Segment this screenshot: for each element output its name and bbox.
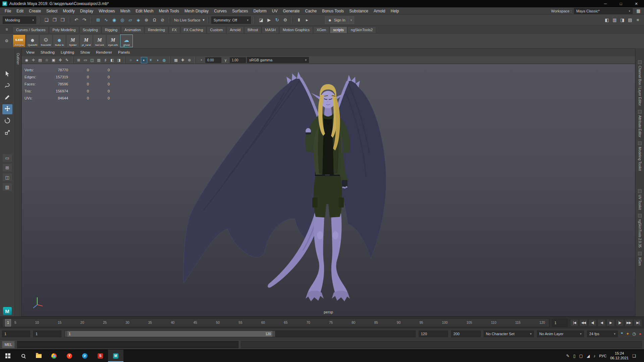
auto-keyframe-icon[interactable]: ✦ [626, 331, 629, 336]
shelf-tab[interactable]: Rendering [145, 26, 168, 33]
safe-action-icon[interactable]: ◧ [109, 57, 115, 63]
rotate-tool-button[interactable] [2, 116, 12, 126]
maximize-button[interactable]: □ [613, 0, 629, 7]
shelf-gear-icon[interactable]: ⚙ [1, 34, 13, 48]
gate-mask-icon[interactable]: ▥ [96, 57, 102, 63]
anim-layer-dropdown[interactable]: No Anim Layer ▾ [537, 330, 584, 337]
shelf-tab[interactable]: Rigging [102, 26, 121, 33]
step-back-key-button[interactable]: ◀| [588, 319, 597, 326]
shelf-item[interactable]: ☻ QuickRi [26, 35, 39, 47]
viewport-menu[interactable]: Shading [38, 49, 58, 56]
menu-item[interactable]: Help [388, 7, 402, 15]
shelf-tab[interactable]: Sculpting [79, 26, 101, 33]
workspace-dropdown[interactable]: Maya Classic* ▾ [574, 8, 633, 14]
snap-to-point-icon[interactable]: ◉ [111, 16, 118, 23]
side-tab[interactable]: XGen [638, 252, 642, 266]
go-to-start-button[interactable]: |◀ [570, 319, 579, 326]
menu-item[interactable]: Substance [346, 7, 371, 15]
menu-item[interactable]: Modify [60, 7, 77, 15]
menu-item[interactable]: Mesh Display [182, 7, 211, 15]
minimize-button[interactable]: ─ [598, 0, 613, 7]
current-time-field[interactable] [552, 319, 568, 327]
playback-end-field[interactable] [419, 330, 448, 337]
save-scene-icon[interactable]: ❒ [59, 16, 66, 23]
menu-item[interactable]: Deform [251, 7, 269, 15]
sign-in-button[interactable]: ☻ Sign In ▾ [325, 16, 354, 24]
resolution-gate-icon[interactable]: ◫ [89, 57, 95, 63]
red-app-button[interactable]: S [93, 350, 108, 362]
chrome-button[interactable] [46, 350, 62, 362]
volume-icon[interactable]: ♪ [593, 354, 595, 358]
menu-item[interactable]: Generate [280, 7, 302, 15]
play-backwards-button[interactable]: ◀ [597, 319, 606, 326]
gamma-field[interactable]: 1.00 [230, 57, 246, 63]
menu-item[interactable]: UV [269, 7, 280, 15]
snap-to-center-icon[interactable]: ◎ [119, 16, 126, 23]
xray-icon[interactable]: ▩ [173, 57, 179, 63]
shelf-tab[interactable]: Custom [207, 26, 226, 33]
undo-icon[interactable]: ↶ [73, 16, 80, 23]
menu-item[interactable]: Arnold [371, 7, 388, 15]
film-gate-icon[interactable]: ▭ [82, 57, 89, 63]
range-slider[interactable]: 1 120 [64, 330, 416, 337]
shelf-tab[interactable]: Animation [121, 26, 144, 33]
close-button[interactable]: ✕ [629, 0, 644, 7]
redo-icon[interactable]: ↷ [81, 16, 88, 23]
bookmarks-icon[interactable]: ☆ [44, 57, 50, 63]
menu-item[interactable]: Bonus Tools [319, 7, 346, 15]
outliner-toggle-icon[interactable]: ▤ [627, 16, 634, 23]
viewport-canvas[interactable]: Verts:7877000 Edges:15731900 Faces:78596… [22, 64, 635, 316]
yandex-browser-button[interactable]: Y [62, 350, 77, 362]
shelf-item[interactable]: ☻ Subs to [53, 35, 66, 47]
mel-language-button[interactable]: MEL [2, 341, 15, 348]
pen-icon[interactable]: ✎ [566, 354, 570, 358]
viewport-menu[interactable]: Lighting [58, 49, 77, 56]
menu-item[interactable]: Curves [211, 7, 229, 15]
shelf-item[interactable]: M pl_rand [80, 35, 93, 47]
mute-toggle-icon[interactable]: ● [639, 331, 641, 336]
go-to-end-button[interactable]: ▶| [634, 319, 642, 326]
lock-camera-icon[interactable]: ✛ [30, 57, 37, 63]
layout-outliner-button[interactable]: ▤ [3, 183, 12, 191]
menu-item[interactable]: Create [26, 7, 44, 15]
animation-start-field[interactable] [2, 330, 30, 337]
notifications-icon[interactable]: ❑ [632, 354, 636, 358]
gamma-icon[interactable]: γ [222, 57, 229, 63]
shelf-item[interactable]: ☺ freezeW [40, 35, 52, 47]
comment-bubble-icon[interactable]: ❝ [621, 331, 623, 336]
character-set-dropdown[interactable]: No Character Set ▾ [484, 330, 534, 337]
range-slider-handle[interactable]: 1 120 [65, 331, 275, 337]
menu-item[interactable]: Cache [302, 7, 319, 15]
wireframe-mode-icon[interactable]: ○ [127, 57, 134, 63]
exposure-icon[interactable]: ◔ [198, 57, 204, 63]
grease-pencil-icon[interactable]: ✎ [64, 57, 70, 63]
paint-select-tool-button[interactable] [2, 93, 12, 103]
menu-item[interactable]: Mesh Tools [156, 7, 182, 15]
lock-icon[interactable]: Ω [151, 16, 158, 23]
tool-settings-toggle-icon[interactable]: ▥ [611, 16, 618, 23]
shelf-menu-icon[interactable]: ≡ [1, 25, 13, 33]
shelf-tab[interactable]: Poly Modeling [49, 26, 79, 33]
lasso-tool-button[interactable] [2, 81, 12, 91]
shelf-item[interactable]: M bsCont [93, 35, 106, 47]
safe-title-icon[interactable]: ◨ [116, 57, 122, 63]
field-chart-icon[interactable]: ♯ [102, 57, 109, 63]
render-current-frame-icon[interactable]: ▶ [266, 16, 273, 23]
display-icon[interactable]: ▢ [579, 354, 583, 358]
render-view-icon[interactable]: ◪ [258, 16, 265, 23]
sidebar-menu-icon[interactable]: ≡ [634, 16, 641, 23]
command-result-field[interactable] [241, 341, 642, 348]
layout-two-pane-button[interactable]: ◫ [3, 174, 12, 181]
taskbar-search-button[interactable] [15, 350, 31, 362]
shelf-tab[interactable]: Arnold [226, 26, 244, 33]
viewport-menu[interactable]: Renderer [93, 49, 115, 56]
playback-start-field[interactable] [33, 330, 61, 337]
shelf-tab[interactable]: MASH [262, 26, 279, 33]
side-tab[interactable]: Modeling Toolkit [638, 141, 642, 171]
viewport-menu[interactable]: View [23, 49, 38, 56]
shelf-item[interactable]: M Spider [66, 35, 79, 47]
sign-in-dropdown[interactable]: ▾ [348, 17, 354, 23]
edge-button[interactable]: e [77, 350, 93, 362]
play-forwards-button[interactable]: ▶ [606, 319, 615, 326]
render-settings-icon[interactable]: ⚙ [282, 16, 289, 23]
